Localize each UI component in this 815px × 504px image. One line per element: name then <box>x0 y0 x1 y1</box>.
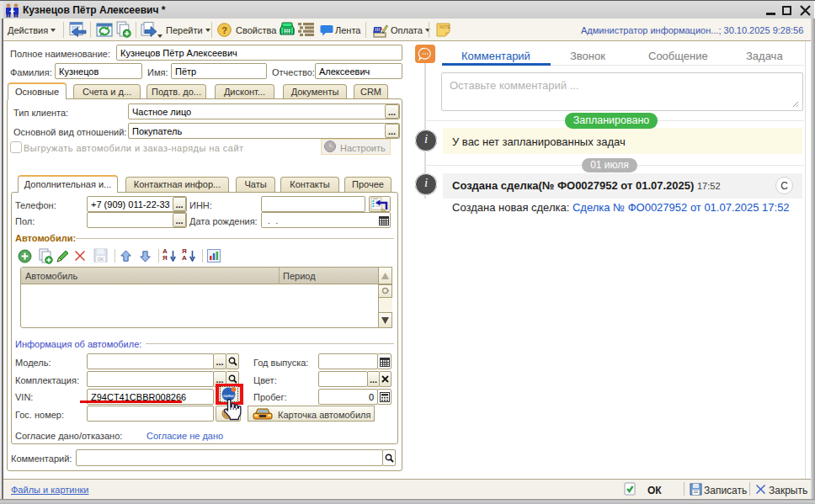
svg-text:NOTE: NOTE <box>439 25 450 29</box>
svg-text:ОК: ОК <box>98 257 104 262</box>
svg-text:?: ? <box>221 25 227 35</box>
svg-text:CarFax: CarFax <box>224 395 234 398</box>
